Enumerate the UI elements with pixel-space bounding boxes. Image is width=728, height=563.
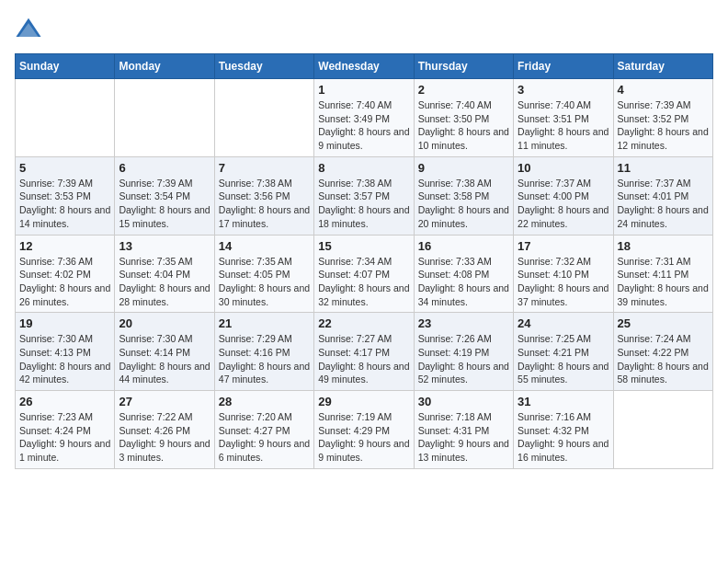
day-number: 13 (119, 239, 210, 253)
day-cell: 9Sunrise: 7:38 AM Sunset: 3:58 PM Daylig… (414, 156, 513, 235)
day-info: Sunrise: 7:40 AM Sunset: 3:49 PM Dayligh… (318, 98, 409, 153)
day-cell: 6Sunrise: 7:39 AM Sunset: 3:54 PM Daylig… (115, 156, 214, 235)
day-number: 2 (418, 83, 509, 97)
day-info: Sunrise: 7:24 AM Sunset: 4:22 PM Dayligh… (618, 332, 709, 386)
day-info: Sunrise: 7:30 AM Sunset: 4:14 PM Dayligh… (119, 332, 210, 386)
day-cell (115, 79, 214, 157)
day-info: Sunrise: 7:36 AM Sunset: 4:02 PM Dayligh… (19, 255, 110, 309)
day-info: Sunrise: 7:34 AM Sunset: 4:07 PM Dayligh… (318, 255, 409, 309)
day-number: 25 (618, 316, 709, 330)
day-info: Sunrise: 7:19 AM Sunset: 4:29 PM Dayligh… (318, 410, 409, 465)
day-number: 22 (318, 316, 409, 330)
day-cell: 2Sunrise: 7:40 AM Sunset: 3:50 PM Daylig… (414, 79, 513, 157)
day-cell: 11Sunrise: 7:37 AM Sunset: 4:01 PM Dayli… (613, 156, 712, 235)
day-info: Sunrise: 7:40 AM Sunset: 3:50 PM Dayligh… (418, 98, 509, 153)
day-cell: 13Sunrise: 7:35 AM Sunset: 4:04 PM Dayli… (115, 235, 214, 313)
day-cell: 30Sunrise: 7:18 AM Sunset: 4:31 PM Dayli… (414, 391, 513, 469)
day-number: 18 (618, 239, 709, 253)
day-cell: 28Sunrise: 7:20 AM Sunset: 4:27 PM Dayli… (214, 391, 313, 469)
day-number: 24 (518, 316, 609, 330)
day-cell: 7Sunrise: 7:38 AM Sunset: 3:56 PM Daylig… (214, 156, 313, 235)
day-info: Sunrise: 7:23 AM Sunset: 4:24 PM Dayligh… (19, 410, 110, 465)
day-info: Sunrise: 7:27 AM Sunset: 4:17 PM Dayligh… (318, 332, 409, 386)
day-info: Sunrise: 7:18 AM Sunset: 4:31 PM Dayligh… (418, 410, 509, 465)
day-cell: 10Sunrise: 7:37 AM Sunset: 4:00 PM Dayli… (514, 156, 613, 235)
day-info: Sunrise: 7:38 AM Sunset: 3:57 PM Dayligh… (318, 177, 409, 231)
day-number: 1 (318, 83, 409, 97)
header-cell-tuesday: Tuesday (214, 54, 313, 79)
day-cell: 24Sunrise: 7:25 AM Sunset: 4:21 PM Dayli… (514, 313, 613, 391)
day-cell (16, 79, 115, 157)
day-number: 27 (119, 395, 210, 408)
day-number: 30 (418, 395, 509, 408)
week-row-0: 1Sunrise: 7:40 AM Sunset: 3:49 PM Daylig… (16, 79, 713, 157)
day-info: Sunrise: 7:35 AM Sunset: 4:05 PM Dayligh… (219, 255, 310, 309)
day-cell: 1Sunrise: 7:40 AM Sunset: 3:49 PM Daylig… (314, 79, 414, 157)
day-cell: 12Sunrise: 7:36 AM Sunset: 4:02 PM Dayli… (16, 235, 115, 313)
day-info: Sunrise: 7:39 AM Sunset: 3:52 PM Dayligh… (618, 98, 709, 153)
day-cell: 8Sunrise: 7:38 AM Sunset: 3:57 PM Daylig… (314, 156, 414, 235)
day-cell: 17Sunrise: 7:32 AM Sunset: 4:10 PM Dayli… (514, 235, 613, 313)
day-number: 9 (418, 161, 509, 175)
day-number: 8 (318, 161, 409, 175)
day-cell (214, 79, 313, 157)
header-cell-thursday: Thursday (414, 54, 513, 79)
day-info: Sunrise: 7:25 AM Sunset: 4:21 PM Dayligh… (518, 332, 609, 386)
day-number: 21 (219, 316, 310, 330)
day-cell: 22Sunrise: 7:27 AM Sunset: 4:17 PM Dayli… (314, 313, 414, 391)
day-info: Sunrise: 7:22 AM Sunset: 4:26 PM Dayligh… (119, 410, 210, 465)
day-number: 7 (219, 161, 310, 175)
day-info: Sunrise: 7:38 AM Sunset: 3:58 PM Dayligh… (418, 177, 509, 231)
day-cell: 20Sunrise: 7:30 AM Sunset: 4:14 PM Dayli… (115, 313, 214, 391)
day-cell: 5Sunrise: 7:39 AM Sunset: 3:53 PM Daylig… (16, 156, 115, 235)
day-info: Sunrise: 7:32 AM Sunset: 4:10 PM Dayligh… (518, 255, 609, 309)
calendar-header: SundayMondayTuesdayWednesdayThursdayFrid… (16, 54, 713, 79)
header-cell-friday: Friday (514, 54, 613, 79)
day-number: 4 (618, 83, 709, 97)
day-cell: 18Sunrise: 7:31 AM Sunset: 4:11 PM Dayli… (613, 235, 712, 313)
day-cell: 25Sunrise: 7:24 AM Sunset: 4:22 PM Dayli… (613, 313, 712, 391)
day-number: 28 (219, 395, 310, 408)
day-info: Sunrise: 7:16 AM Sunset: 4:32 PM Dayligh… (518, 410, 609, 465)
day-number: 31 (518, 395, 609, 408)
day-info: Sunrise: 7:35 AM Sunset: 4:04 PM Dayligh… (119, 255, 210, 309)
day-cell: 31Sunrise: 7:16 AM Sunset: 4:32 PM Dayli… (514, 391, 613, 469)
week-row-3: 19Sunrise: 7:30 AM Sunset: 4:13 PM Dayli… (16, 313, 713, 391)
day-number: 19 (19, 316, 110, 330)
day-cell: 4Sunrise: 7:39 AM Sunset: 3:52 PM Daylig… (613, 79, 712, 157)
day-number: 11 (618, 161, 709, 175)
header-cell-saturday: Saturday (613, 54, 712, 79)
day-info: Sunrise: 7:40 AM Sunset: 3:51 PM Dayligh… (518, 98, 609, 153)
day-cell: 26Sunrise: 7:23 AM Sunset: 4:24 PM Dayli… (16, 391, 115, 469)
logo (15, 15, 46, 42)
day-info: Sunrise: 7:39 AM Sunset: 3:54 PM Dayligh… (119, 177, 210, 231)
day-cell (613, 391, 712, 469)
week-row-2: 12Sunrise: 7:36 AM Sunset: 4:02 PM Dayli… (16, 235, 713, 313)
logo-icon (15, 15, 42, 42)
day-cell: 3Sunrise: 7:40 AM Sunset: 3:51 PM Daylig… (514, 79, 613, 157)
header-cell-monday: Monday (115, 54, 214, 79)
day-number: 17 (518, 239, 609, 253)
day-cell: 16Sunrise: 7:33 AM Sunset: 4:08 PM Dayli… (414, 235, 513, 313)
calendar-table: SundayMondayTuesdayWednesdayThursdayFrid… (15, 53, 713, 469)
header-row: SundayMondayTuesdayWednesdayThursdayFrid… (16, 54, 713, 79)
day-number: 26 (19, 395, 110, 408)
week-row-4: 26Sunrise: 7:23 AM Sunset: 4:24 PM Dayli… (16, 391, 713, 469)
day-number: 16 (418, 239, 509, 253)
day-info: Sunrise: 7:38 AM Sunset: 3:56 PM Dayligh… (219, 177, 310, 231)
calendar-body: 1Sunrise: 7:40 AM Sunset: 3:49 PM Daylig… (16, 79, 713, 469)
day-info: Sunrise: 7:37 AM Sunset: 4:01 PM Dayligh… (618, 177, 709, 231)
day-number: 20 (119, 316, 210, 330)
day-info: Sunrise: 7:31 AM Sunset: 4:11 PM Dayligh… (618, 255, 709, 309)
day-number: 5 (19, 161, 110, 175)
day-info: Sunrise: 7:20 AM Sunset: 4:27 PM Dayligh… (219, 410, 310, 465)
day-info: Sunrise: 7:26 AM Sunset: 4:19 PM Dayligh… (418, 332, 509, 386)
page-header (15, 15, 713, 42)
week-row-1: 5Sunrise: 7:39 AM Sunset: 3:53 PM Daylig… (16, 156, 713, 235)
day-number: 6 (119, 161, 210, 175)
day-info: Sunrise: 7:29 AM Sunset: 4:16 PM Dayligh… (219, 332, 310, 386)
day-cell: 14Sunrise: 7:35 AM Sunset: 4:05 PM Dayli… (214, 235, 313, 313)
day-info: Sunrise: 7:30 AM Sunset: 4:13 PM Dayligh… (19, 332, 110, 386)
day-number: 14 (219, 239, 310, 253)
header-cell-sunday: Sunday (16, 54, 115, 79)
